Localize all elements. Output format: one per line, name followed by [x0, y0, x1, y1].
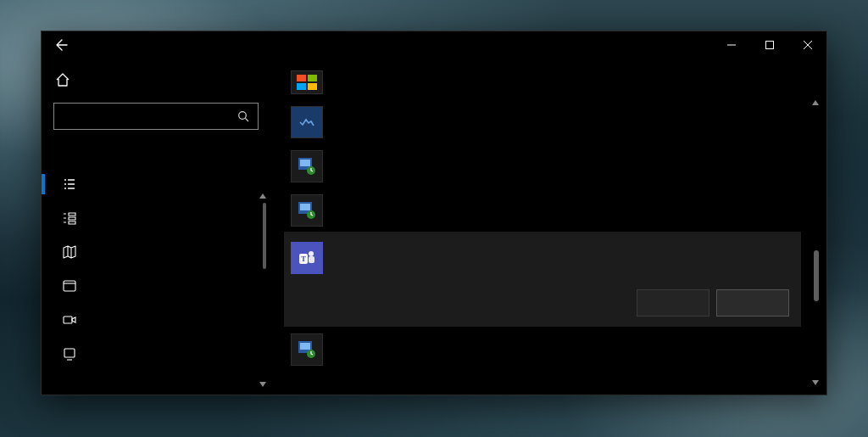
app-row[interactable] — [284, 70, 801, 99]
window-controls — [712, 31, 826, 59]
svg-rect-10 — [300, 160, 310, 166]
app-icon — [291, 150, 323, 182]
sidebar-item-apps-websites[interactable] — [53, 269, 259, 303]
sidebar-item-apps-features[interactable] — [53, 167, 259, 201]
app-row[interactable] — [284, 99, 801, 143]
app-actions — [291, 289, 794, 317]
app-row[interactable] — [284, 327, 801, 371]
sidebar-item-video-playback[interactable] — [53, 303, 259, 337]
home-icon — [55, 72, 70, 87]
back-button[interactable] — [53, 36, 70, 53]
apps-web-icon — [62, 278, 77, 294]
svg-rect-18 — [309, 256, 314, 263]
main-scrollbar[interactable] — [810, 98, 821, 388]
list-icon — [62, 176, 77, 192]
defaults-icon — [62, 210, 77, 226]
svg-rect-7 — [297, 83, 306, 90]
map-icon — [62, 244, 77, 260]
scroll-down-icon[interactable] — [257, 379, 269, 389]
app-list: T — [284, 70, 826, 395]
home-link[interactable] — [53, 65, 259, 94]
close-icon — [804, 41, 812, 49]
scroll-thumb[interactable] — [263, 203, 266, 269]
svg-rect-0 — [765, 42, 773, 49]
svg-rect-6 — [308, 75, 317, 81]
content-area: T — [42, 59, 826, 395]
category-label — [53, 137, 259, 157]
arrow-left-icon — [55, 38, 69, 52]
app-row-selected[interactable]: T — [284, 232, 801, 327]
svg-text:T: T — [301, 255, 306, 263]
close-button[interactable] — [788, 31, 826, 59]
sidebar — [42, 59, 270, 395]
minimize-button[interactable] — [712, 31, 750, 59]
scroll-down-icon[interactable] — [810, 378, 821, 388]
svg-rect-8 — [308, 83, 317, 90]
app-icon — [291, 333, 323, 366]
maximize-button[interactable] — [750, 31, 788, 59]
app-row[interactable] — [284, 188, 801, 232]
sidebar-item-startup[interactable] — [53, 337, 259, 371]
svg-rect-2 — [64, 281, 75, 291]
app-icon — [291, 70, 323, 94]
svg-rect-5 — [297, 75, 306, 81]
svg-rect-20 — [300, 343, 310, 350]
svg-rect-3 — [64, 317, 72, 323]
titlebar — [42, 31, 826, 59]
scroll-up-icon[interactable] — [810, 98, 821, 108]
app-icon — [291, 106, 323, 138]
uninstall-button[interactable] — [716, 289, 789, 317]
modify-button — [637, 289, 709, 317]
maximize-icon — [765, 41, 774, 49]
scroll-up-icon[interactable] — [257, 191, 269, 201]
app-icon: T — [291, 242, 323, 274]
app-row[interactable] — [284, 143, 801, 188]
sidebar-scrollbar[interactable] — [257, 203, 269, 388]
sidebar-item-offline-maps[interactable] — [53, 235, 259, 269]
settings-window: T — [41, 31, 827, 395]
search-icon — [237, 110, 249, 122]
startup-icon — [62, 346, 77, 361]
svg-point-1 — [239, 112, 247, 120]
minimize-icon — [727, 41, 736, 49]
app-icon — [291, 194, 323, 227]
sidebar-nav — [53, 167, 259, 371]
sidebar-item-default-apps[interactable] — [53, 201, 259, 235]
svg-rect-13 — [300, 204, 310, 210]
main-panel: T — [270, 59, 826, 395]
svg-rect-4 — [64, 349, 75, 357]
svg-point-17 — [309, 251, 314, 256]
video-icon — [62, 312, 77, 328]
scroll-thumb[interactable] — [814, 250, 819, 301]
search-input[interactable] — [53, 103, 259, 130]
